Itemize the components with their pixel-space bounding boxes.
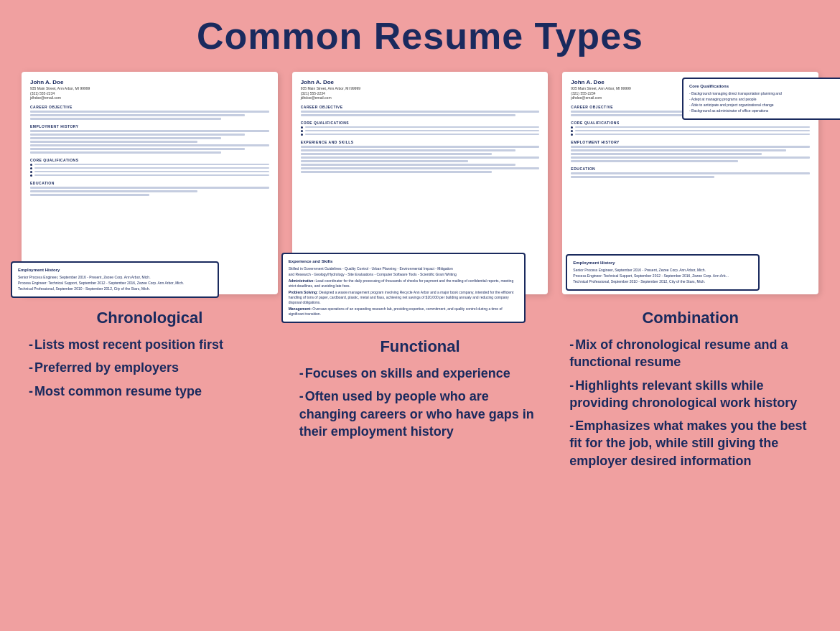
desc-item-comb-3: Emphasizes what makes you the best fit f… (569, 417, 811, 469)
description-functional: Functional Focuses on skills and experie… (292, 294, 549, 617)
desc-item-comb-2: Highlights relevant skills while providi… (569, 377, 811, 412)
description-chronological: Chronological Lists most recent position… (22, 294, 278, 617)
desc-item-chron-1: Lists most recent position first (29, 336, 271, 353)
resume-card-functional: John A. Doe 935 Main Street, Ann Arbor, … (292, 72, 549, 294)
column-combination: John A. Doe 935 Main Street, Ann Arbor, … (562, 72, 818, 617)
column-functional: John A. Doe 935 Main Street, Ann Arbor, … (292, 72, 549, 617)
desc-title-chronological: Chronological (29, 309, 271, 327)
callout-employment-history-1: Employment History Senior Process Engine… (11, 261, 219, 298)
callout-core-qualifications: Core Qualifications - Background managin… (682, 78, 840, 120)
description-combination: Combination Mix of chronological resume … (562, 294, 818, 617)
page: Common Resume Types John A. Doe 935 Main… (0, 0, 840, 631)
desc-item-chron-2: Preferred by employers (29, 359, 271, 376)
resume-card-chronological: John A. Doe 935 Main Street, Ann Arbor, … (22, 72, 278, 294)
desc-item-comb-1: Mix of chronological resume and a functi… (569, 336, 811, 371)
desc-item-chron-3: Most common resume type (29, 383, 271, 400)
callout-experience-skills: Experience and Skills Skilled in Governm… (281, 253, 526, 323)
columns-container: John A. Doe 935 Main Street, Ann Arbor, … (22, 72, 818, 617)
desc-title-functional: Functional (299, 337, 541, 356)
callout-employment-history-3: Employment History Senior Process Engine… (566, 254, 760, 291)
resume-card-combination: John A. Doe 935 Main Street, Ann Arbor, … (562, 72, 818, 294)
desc-item-func-2: Often used by people who are changing ca… (299, 388, 541, 440)
desc-title-combination: Combination (569, 309, 811, 327)
page-title: Common Resume Types (22, 14, 818, 57)
column-chronological: John A. Doe 935 Main Street, Ann Arbor, … (22, 72, 278, 617)
desc-item-func-1: Focuses on skills and experience (299, 365, 541, 382)
